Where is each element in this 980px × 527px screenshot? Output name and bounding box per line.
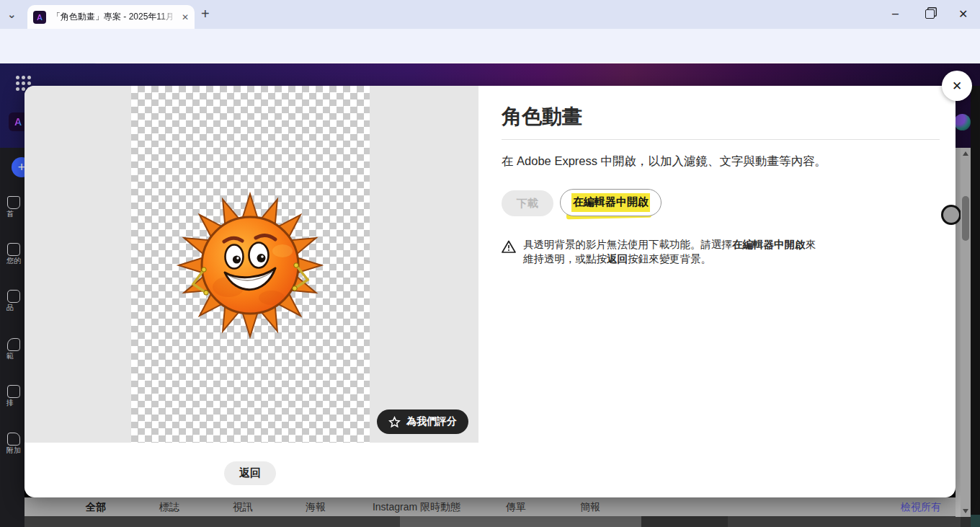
page-right-edge-bottom (971, 515, 980, 527)
template-thumbnail (400, 516, 641, 527)
tab-logos[interactable]: 標誌 (159, 501, 179, 514)
window-minimize-button[interactable]: – (892, 7, 899, 20)
warning-triangle-icon (502, 240, 516, 254)
tab-videos[interactable]: 視訊 (233, 501, 253, 514)
open-in-editor-button[interactable]: 在編輯器中開啟 (560, 189, 662, 216)
dimmed-page-slice (956, 148, 961, 517)
modal-divider (502, 139, 940, 140)
tab-flyers[interactable]: 傳單 (506, 501, 526, 514)
screen: ⌄ A 「角色動畫」專案 - 2025年11月 ✕ + – ✕ ← → expr… (0, 0, 980, 527)
sidebar-item-schedule[interactable]: 排 (0, 385, 24, 408)
folder-icon (7, 243, 20, 256)
tab-presentations[interactable]: 簡報 (580, 501, 600, 514)
sidebar-item-your-stuff[interactable]: 您的 (0, 243, 24, 266)
sidebar-item-addons[interactable]: 附加 (0, 433, 24, 456)
character-animation-modal: 為我們評分 返回 角色動畫 在 Adobe Express 中開啟，以加入濾鏡、… (24, 86, 956, 497)
back-button[interactable]: 返回 (224, 461, 276, 485)
window-restore-button[interactable] (925, 9, 935, 19)
sidebar-item-home[interactable]: 首 (0, 196, 24, 219)
modal-title: 角色動畫 (502, 103, 582, 130)
tab-posters[interactable]: 海報 (306, 501, 326, 514)
tab-instagram-stories[interactable]: Instagram 限時動態 (373, 501, 460, 514)
addons-icon (7, 433, 20, 446)
browser-tab[interactable]: A 「角色動畫」專案 - 2025年11月 ✕ (27, 5, 195, 29)
brand-icon (7, 290, 20, 303)
open-in-editor-label: 在編輯器中開啟 (571, 193, 650, 212)
preview-panel: 為我們評分 (24, 86, 478, 443)
modal-close-button[interactable]: ✕ (942, 71, 972, 101)
tab-search-chevron-icon[interactable]: ⌄ (7, 8, 17, 21)
sidebar-item-brands[interactable]: 品 (0, 290, 24, 313)
tab-close-icon[interactable]: ✕ (182, 13, 189, 22)
warning-row: 具透明背景的影片無法使用下載功能。請選擇在編輯器中開啟來 維持透明，或點按返回按… (502, 237, 819, 266)
home-icon (7, 196, 20, 209)
scrollbar-down-arrow[interactable] (963, 509, 968, 513)
warning-text: 具透明背景的影片無法使用下載功能。請選擇在編輯器中開啟來 維持透明，或點按返回按… (523, 237, 816, 266)
star-icon (388, 416, 401, 428)
templates-icon (7, 338, 20, 351)
new-tab-button[interactable]: + (201, 6, 210, 22)
template-thumbnail (641, 516, 728, 527)
window-close-button[interactable]: ✕ (958, 7, 968, 21)
tab-title: 「角色動畫」專案 - 2025年11月 (52, 11, 177, 23)
express-profile-avatar[interactable] (954, 114, 971, 130)
sidebar-item-templates[interactable]: 範 (0, 338, 24, 361)
browser-toolbar: ← → express.adobe.com/home/tools/animate… (0, 29, 980, 63)
calendar-icon (7, 385, 20, 398)
floating-widget-ring-icon[interactable] (941, 205, 961, 225)
tab-all[interactable]: 全部 (86, 501, 106, 514)
page-right-edge (971, 86, 980, 527)
adobe-express-favicon-icon: A (33, 11, 46, 24)
page-scrollbar-thumb[interactable] (962, 196, 969, 241)
download-button-disabled[interactable]: 下載 (502, 190, 553, 216)
modal-description: 在 Adobe Express 中開啟，以加入濾鏡、文字與動畫等內容。 (502, 154, 827, 169)
scrollbar-bottom-cap (961, 517, 971, 527)
rate-us-label: 為我們評分 (406, 415, 457, 428)
scrollbar-up-arrow[interactable] (963, 151, 968, 156)
browser-tab-strip: ⌄ A 「角色動畫」專案 - 2025年11月 ✕ + – ✕ (0, 0, 980, 29)
view-all-link[interactable]: 檢視所有 (901, 501, 941, 514)
rate-us-button[interactable]: 為我們評分 (377, 409, 468, 434)
sun-character-image (167, 182, 333, 348)
